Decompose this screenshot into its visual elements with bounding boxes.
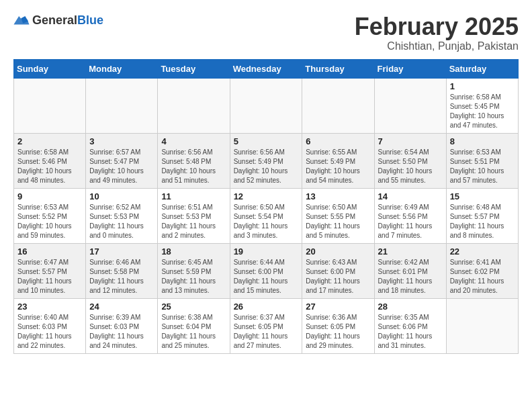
weekday-header-row: SundayMondayTuesdayWednesdayThursdayFrid… <box>14 59 519 78</box>
day-number: 3 <box>89 136 154 146</box>
day-info: Sunrise: 6:54 AM Sunset: 5:50 PM Dayligh… <box>378 148 443 185</box>
calendar-cell: 25Sunrise: 6:38 AM Sunset: 6:04 PM Dayli… <box>158 298 230 353</box>
day-number: 6 <box>306 136 370 146</box>
day-info: Sunrise: 6:58 AM Sunset: 5:46 PM Dayligh… <box>17 148 82 185</box>
calendar-cell: 5Sunrise: 6:56 AM Sunset: 5:49 PM Daylig… <box>230 133 302 188</box>
calendar-cell: 26Sunrise: 6:37 AM Sunset: 6:05 PM Dayli… <box>230 298 302 353</box>
calendar-cell <box>86 78 158 133</box>
day-info: Sunrise: 6:50 AM Sunset: 5:55 PM Dayligh… <box>306 203 370 240</box>
logo-text: GeneralBlue <box>32 13 103 28</box>
day-info: Sunrise: 6:40 AM Sunset: 6:03 PM Dayligh… <box>17 313 82 351</box>
logo: GeneralBlue <box>13 13 103 28</box>
calendar-cell: 6Sunrise: 6:55 AM Sunset: 5:49 PM Daylig… <box>302 133 374 188</box>
calendar-cell: 19Sunrise: 6:44 AM Sunset: 6:00 PM Dayli… <box>230 243 302 298</box>
calendar-cell: 13Sunrise: 6:50 AM Sunset: 5:55 PM Dayli… <box>302 188 374 243</box>
calendar-week-row: 1Sunrise: 6:58 AM Sunset: 5:45 PM Daylig… <box>14 78 519 133</box>
day-number: 23 <box>17 302 82 312</box>
day-number: 28 <box>378 302 443 312</box>
day-info: Sunrise: 6:58 AM Sunset: 5:45 PM Dayligh… <box>450 93 515 130</box>
day-info: Sunrise: 6:53 AM Sunset: 5:51 PM Dayligh… <box>450 148 515 185</box>
day-number: 21 <box>378 246 443 257</box>
calendar-cell: 28Sunrise: 6:35 AM Sunset: 6:06 PM Dayli… <box>374 298 446 353</box>
calendar-cell: 3Sunrise: 6:57 AM Sunset: 5:47 PM Daylig… <box>86 133 158 188</box>
day-info: Sunrise: 6:50 AM Sunset: 5:54 PM Dayligh… <box>234 203 299 240</box>
calendar-week-row: 23Sunrise: 6:40 AM Sunset: 6:03 PM Dayli… <box>14 298 519 353</box>
day-info: Sunrise: 6:41 AM Sunset: 6:02 PM Dayligh… <box>450 258 515 295</box>
calendar-week-row: 2Sunrise: 6:58 AM Sunset: 5:46 PM Daylig… <box>14 133 519 188</box>
day-number: 26 <box>234 302 299 312</box>
day-number: 9 <box>17 191 82 201</box>
calendar-cell: 8Sunrise: 6:53 AM Sunset: 5:51 PM Daylig… <box>446 133 518 188</box>
calendar-cell: 4Sunrise: 6:56 AM Sunset: 5:48 PM Daylig… <box>158 133 230 188</box>
calendar-cell <box>230 78 302 133</box>
calendar-cell: 14Sunrise: 6:49 AM Sunset: 5:56 PM Dayli… <box>374 188 446 243</box>
day-number: 11 <box>161 191 226 201</box>
day-number: 19 <box>234 246 299 257</box>
day-info: Sunrise: 6:48 AM Sunset: 5:57 PM Dayligh… <box>450 203 515 240</box>
day-number: 20 <box>306 246 370 257</box>
title-block: February 2025 Chishtian, Punjab, Pakista… <box>355 13 519 52</box>
day-number: 13 <box>306 191 370 201</box>
day-info: Sunrise: 6:51 AM Sunset: 5:53 PM Dayligh… <box>161 203 226 240</box>
location-title: Chishtian, Punjab, Pakistan <box>355 40 519 52</box>
day-number: 5 <box>234 136 299 146</box>
calendar-cell: 10Sunrise: 6:52 AM Sunset: 5:53 PM Dayli… <box>86 188 158 243</box>
day-number: 25 <box>161 302 226 312</box>
page-header: GeneralBlue February 2025 Chishtian, Pun… <box>13 13 519 52</box>
day-info: Sunrise: 6:36 AM Sunset: 6:05 PM Dayligh… <box>306 313 370 351</box>
day-number: 18 <box>161 246 226 257</box>
logo-icon <box>13 14 30 28</box>
calendar-cell: 17Sunrise: 6:46 AM Sunset: 5:58 PM Dayli… <box>86 243 158 298</box>
calendar-cell <box>158 78 230 133</box>
day-number: 15 <box>450 191 515 201</box>
calendar-cell: 2Sunrise: 6:58 AM Sunset: 5:46 PM Daylig… <box>14 133 86 188</box>
calendar-cell <box>446 298 518 353</box>
calendar-cell: 16Sunrise: 6:47 AM Sunset: 5:57 PM Dayli… <box>14 243 86 298</box>
calendar-cell: 27Sunrise: 6:36 AM Sunset: 6:05 PM Dayli… <box>302 298 374 353</box>
calendar-cell <box>374 78 446 133</box>
month-title: February 2025 <box>355 13 519 40</box>
calendar-cell: 7Sunrise: 6:54 AM Sunset: 5:50 PM Daylig… <box>374 133 446 188</box>
calendar-cell: 9Sunrise: 6:53 AM Sunset: 5:52 PM Daylig… <box>14 188 86 243</box>
calendar-cell: 23Sunrise: 6:40 AM Sunset: 6:03 PM Dayli… <box>14 298 86 353</box>
day-info: Sunrise: 6:45 AM Sunset: 5:59 PM Dayligh… <box>161 258 226 295</box>
day-info: Sunrise: 6:57 AM Sunset: 5:47 PM Dayligh… <box>89 148 154 185</box>
calendar-cell: 24Sunrise: 6:39 AM Sunset: 6:03 PM Dayli… <box>86 298 158 353</box>
weekday-header-saturday: Saturday <box>446 59 518 78</box>
day-info: Sunrise: 6:43 AM Sunset: 6:00 PM Dayligh… <box>306 258 370 295</box>
calendar-week-row: 16Sunrise: 6:47 AM Sunset: 5:57 PM Dayli… <box>14 243 519 298</box>
day-number: 22 <box>450 246 515 257</box>
calendar-table: SundayMondayTuesdayWednesdayThursdayFrid… <box>13 59 519 354</box>
weekday-header-wednesday: Wednesday <box>230 59 302 78</box>
weekday-header-sunday: Sunday <box>14 59 86 78</box>
day-number: 27 <box>306 302 370 312</box>
weekday-header-monday: Monday <box>86 59 158 78</box>
calendar-cell: 18Sunrise: 6:45 AM Sunset: 5:59 PM Dayli… <box>158 243 230 298</box>
day-number: 12 <box>234 191 299 201</box>
day-number: 1 <box>450 81 515 91</box>
calendar-cell: 11Sunrise: 6:51 AM Sunset: 5:53 PM Dayli… <box>158 188 230 243</box>
day-number: 16 <box>17 246 82 257</box>
calendar-cell: 21Sunrise: 6:42 AM Sunset: 6:01 PM Dayli… <box>374 243 446 298</box>
day-info: Sunrise: 6:35 AM Sunset: 6:06 PM Dayligh… <box>378 313 443 351</box>
day-info: Sunrise: 6:53 AM Sunset: 5:52 PM Dayligh… <box>17 203 82 240</box>
calendar-cell: 15Sunrise: 6:48 AM Sunset: 5:57 PM Dayli… <box>446 188 518 243</box>
day-number: 2 <box>17 136 82 146</box>
weekday-header-tuesday: Tuesday <box>158 59 230 78</box>
calendar-cell: 22Sunrise: 6:41 AM Sunset: 6:02 PM Dayli… <box>446 243 518 298</box>
day-info: Sunrise: 6:55 AM Sunset: 5:49 PM Dayligh… <box>306 148 370 185</box>
weekday-header-thursday: Thursday <box>302 59 374 78</box>
day-info: Sunrise: 6:42 AM Sunset: 6:01 PM Dayligh… <box>378 258 443 295</box>
day-number: 17 <box>89 246 154 257</box>
day-number: 24 <box>89 302 154 312</box>
day-number: 4 <box>161 136 226 146</box>
weekday-header-friday: Friday <box>374 59 446 78</box>
day-info: Sunrise: 6:38 AM Sunset: 6:04 PM Dayligh… <box>161 313 226 351</box>
day-info: Sunrise: 6:39 AM Sunset: 6:03 PM Dayligh… <box>89 313 154 351</box>
day-number: 14 <box>378 191 443 201</box>
calendar-cell <box>302 78 374 133</box>
calendar-cell: 1Sunrise: 6:58 AM Sunset: 5:45 PM Daylig… <box>446 78 518 133</box>
day-info: Sunrise: 6:47 AM Sunset: 5:57 PM Dayligh… <box>17 258 82 295</box>
day-info: Sunrise: 6:37 AM Sunset: 6:05 PM Dayligh… <box>234 313 299 351</box>
day-info: Sunrise: 6:49 AM Sunset: 5:56 PM Dayligh… <box>378 203 443 240</box>
